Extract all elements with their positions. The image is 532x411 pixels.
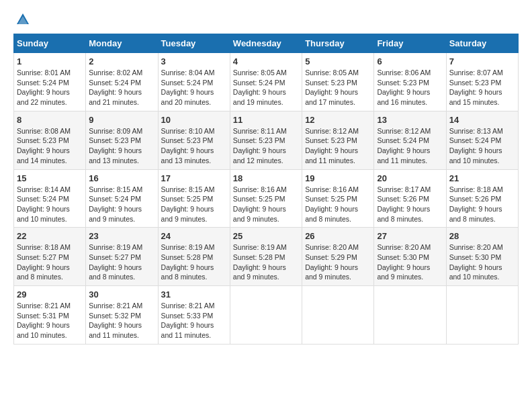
day-number: 19 — [305, 173, 371, 183]
calendar-table: SundayMondayTuesdayWednesdayThursdayFrid… — [13, 34, 519, 345]
day-detail: Sunrise: 8:09 AMSunset: 5:23 PMDaylight:… — [89, 126, 154, 166]
calendar-cell: 28 Sunrise: 8:20 AMSunset: 5:30 PMDaylig… — [446, 228, 518, 286]
day-number: 23 — [89, 231, 154, 241]
calendar-week-3: 15 Sunrise: 8:14 AMSunset: 5:24 PMDaylig… — [14, 169, 519, 228]
day-number: 12 — [305, 115, 371, 125]
day-number: 6 — [377, 56, 443, 66]
calendar-cell: 4 Sunrise: 8:05 AMSunset: 5:24 PMDayligh… — [230, 53, 302, 111]
day-number: 21 — [449, 173, 515, 183]
page-header — [13, 13, 519, 27]
calendar-cell — [230, 286, 302, 345]
day-detail: Sunrise: 8:11 AMSunset: 5:23 PMDaylight:… — [233, 126, 299, 166]
calendar-cell: 8 Sunrise: 8:08 AMSunset: 5:23 PMDayligh… — [14, 111, 86, 169]
day-number: 22 — [17, 231, 83, 241]
day-detail: Sunrise: 8:13 AMSunset: 5:24 PMDaylight:… — [449, 126, 515, 166]
calendar-dow-monday: Monday — [86, 34, 158, 53]
day-detail: Sunrise: 8:20 AMSunset: 5:29 PMDaylight:… — [305, 242, 371, 282]
day-number: 7 — [449, 56, 515, 66]
day-detail: Sunrise: 8:10 AMSunset: 5:23 PMDaylight:… — [161, 126, 227, 166]
calendar-cell: 14 Sunrise: 8:13 AMSunset: 5:24 PMDaylig… — [446, 111, 518, 169]
logo — [13, 13, 30, 27]
calendar-cell — [446, 286, 518, 345]
calendar-cell: 13 Sunrise: 8:12 AMSunset: 5:24 PMDaylig… — [374, 111, 446, 169]
calendar-cell: 19 Sunrise: 8:16 AMSunset: 5:25 PMDaylig… — [302, 169, 374, 228]
day-number: 26 — [305, 231, 371, 241]
day-number: 16 — [89, 173, 154, 183]
day-detail: Sunrise: 8:20 AMSunset: 5:30 PMDaylight:… — [377, 242, 443, 282]
day-detail: Sunrise: 8:12 AMSunset: 5:23 PMDaylight:… — [305, 126, 371, 166]
day-number: 1 — [17, 56, 83, 66]
day-detail: Sunrise: 8:02 AMSunset: 5:24 PMDaylight:… — [89, 68, 154, 107]
calendar-cell: 11 Sunrise: 8:11 AMSunset: 5:23 PMDaylig… — [230, 111, 302, 169]
day-detail: Sunrise: 8:15 AMSunset: 5:24 PMDaylight:… — [89, 185, 154, 224]
day-detail: Sunrise: 8:21 AMSunset: 5:32 PMDaylight:… — [89, 301, 154, 340]
calendar-cell: 17 Sunrise: 8:15 AMSunset: 5:25 PMDaylig… — [158, 169, 230, 228]
calendar-cell: 7 Sunrise: 8:07 AMSunset: 5:23 PMDayligh… — [446, 53, 518, 111]
day-detail: Sunrise: 8:16 AMSunset: 5:25 PMDaylight:… — [233, 185, 299, 224]
calendar-week-5: 29 Sunrise: 8:21 AMSunset: 5:31 PMDaylig… — [14, 286, 519, 345]
calendar-cell: 10 Sunrise: 8:10 AMSunset: 5:23 PMDaylig… — [158, 111, 230, 169]
calendar-dow-tuesday: Tuesday — [158, 34, 230, 53]
day-detail: Sunrise: 8:21 AMSunset: 5:31 PMDaylight:… — [17, 301, 83, 340]
day-detail: Sunrise: 8:17 AMSunset: 5:26 PMDaylight:… — [377, 185, 443, 224]
day-number: 17 — [161, 173, 227, 183]
day-detail: Sunrise: 8:07 AMSunset: 5:23 PMDaylight:… — [449, 68, 515, 107]
day-detail: Sunrise: 8:12 AMSunset: 5:24 PMDaylight:… — [377, 126, 443, 166]
calendar-cell: 25 Sunrise: 8:19 AMSunset: 5:28 PMDaylig… — [230, 228, 302, 286]
day-detail: Sunrise: 8:18 AMSunset: 5:26 PMDaylight:… — [449, 185, 515, 224]
day-detail: Sunrise: 8:21 AMSunset: 5:33 PMDaylight:… — [161, 301, 227, 340]
day-number: 2 — [89, 56, 154, 66]
day-detail: Sunrise: 8:18 AMSunset: 5:27 PMDaylight:… — [17, 242, 83, 282]
day-detail: Sunrise: 8:16 AMSunset: 5:25 PMDaylight:… — [305, 185, 371, 224]
calendar-week-1: 1 Sunrise: 8:01 AMSunset: 5:24 PMDayligh… — [14, 53, 519, 111]
calendar-cell: 2 Sunrise: 8:02 AMSunset: 5:24 PMDayligh… — [86, 53, 158, 111]
day-number: 14 — [449, 115, 515, 125]
calendar-dow-friday: Friday — [374, 34, 446, 53]
day-number: 8 — [17, 115, 83, 125]
day-number: 28 — [449, 231, 515, 241]
calendar-cell: 30 Sunrise: 8:21 AMSunset: 5:32 PMDaylig… — [86, 286, 158, 345]
calendar-cell: 22 Sunrise: 8:18 AMSunset: 5:27 PMDaylig… — [14, 228, 86, 286]
calendar-cell: 12 Sunrise: 8:12 AMSunset: 5:23 PMDaylig… — [302, 111, 374, 169]
calendar-header-row: SundayMondayTuesdayWednesdayThursdayFrid… — [14, 34, 519, 53]
day-detail: Sunrise: 8:19 AMSunset: 5:28 PMDaylight:… — [161, 242, 227, 282]
calendar-cell: 20 Sunrise: 8:17 AMSunset: 5:26 PMDaylig… — [374, 169, 446, 228]
calendar-cell: 18 Sunrise: 8:16 AMSunset: 5:25 PMDaylig… — [230, 169, 302, 228]
calendar-week-2: 8 Sunrise: 8:08 AMSunset: 5:23 PMDayligh… — [14, 111, 519, 169]
calendar-cell: 31 Sunrise: 8:21 AMSunset: 5:33 PMDaylig… — [158, 286, 230, 345]
day-number: 27 — [377, 231, 443, 241]
day-detail: Sunrise: 8:14 AMSunset: 5:24 PMDaylight:… — [17, 185, 83, 224]
calendar-cell: 29 Sunrise: 8:21 AMSunset: 5:31 PMDaylig… — [14, 286, 86, 345]
day-number: 9 — [89, 115, 154, 125]
day-number: 20 — [377, 173, 443, 183]
day-detail: Sunrise: 8:06 AMSunset: 5:23 PMDaylight:… — [377, 68, 443, 107]
calendar-cell: 15 Sunrise: 8:14 AMSunset: 5:24 PMDaylig… — [14, 169, 86, 228]
day-detail: Sunrise: 8:19 AMSunset: 5:28 PMDaylight:… — [233, 242, 299, 282]
calendar-dow-saturday: Saturday — [446, 34, 518, 53]
calendar-cell: 5 Sunrise: 8:05 AMSunset: 5:23 PMDayligh… — [302, 53, 374, 111]
calendar-cell: 16 Sunrise: 8:15 AMSunset: 5:24 PMDaylig… — [86, 169, 158, 228]
day-number: 18 — [233, 173, 299, 183]
calendar-cell: 23 Sunrise: 8:19 AMSunset: 5:27 PMDaylig… — [86, 228, 158, 286]
day-number: 5 — [305, 56, 371, 66]
day-number: 11 — [233, 115, 299, 125]
calendar-week-4: 22 Sunrise: 8:18 AMSunset: 5:27 PMDaylig… — [14, 228, 519, 286]
calendar-dow-thursday: Thursday — [302, 34, 374, 53]
day-detail: Sunrise: 8:19 AMSunset: 5:27 PMDaylight:… — [89, 242, 154, 282]
calendar-cell: 26 Sunrise: 8:20 AMSunset: 5:29 PMDaylig… — [302, 228, 374, 286]
day-number: 24 — [161, 231, 227, 241]
day-number: 13 — [377, 115, 443, 125]
logo-icon — [15, 12, 30, 27]
day-detail: Sunrise: 8:04 AMSunset: 5:24 PMDaylight:… — [161, 68, 227, 107]
day-detail: Sunrise: 8:20 AMSunset: 5:30 PMDaylight:… — [449, 242, 515, 282]
day-number: 30 — [89, 289, 154, 300]
day-number: 31 — [161, 289, 227, 300]
calendar-cell: 1 Sunrise: 8:01 AMSunset: 5:24 PMDayligh… — [14, 53, 86, 111]
calendar-cell: 6 Sunrise: 8:06 AMSunset: 5:23 PMDayligh… — [374, 53, 446, 111]
calendar-cell: 3 Sunrise: 8:04 AMSunset: 5:24 PMDayligh… — [158, 53, 230, 111]
day-number: 10 — [161, 115, 227, 125]
day-number: 25 — [233, 231, 299, 241]
day-detail: Sunrise: 8:05 AMSunset: 5:23 PMDaylight:… — [305, 68, 371, 107]
calendar-cell: 9 Sunrise: 8:09 AMSunset: 5:23 PMDayligh… — [86, 111, 158, 169]
calendar-cell: 27 Sunrise: 8:20 AMSunset: 5:30 PMDaylig… — [374, 228, 446, 286]
